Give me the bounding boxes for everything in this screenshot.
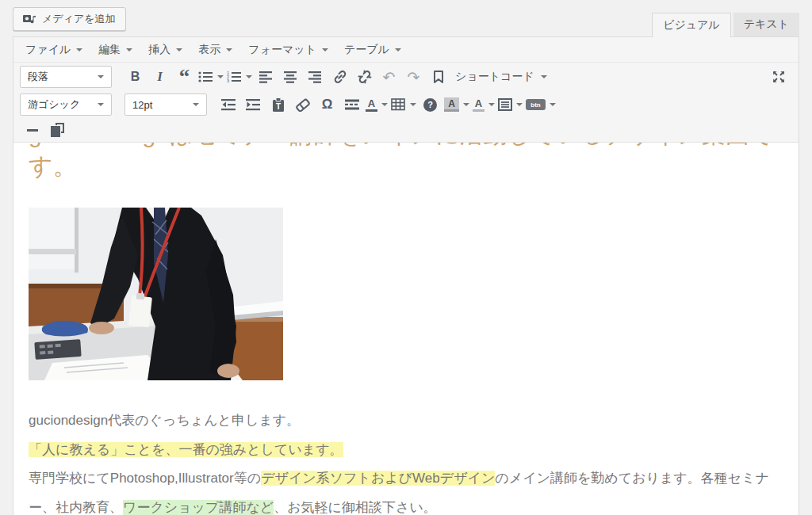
media-icon	[23, 13, 36, 25]
remove-link-button[interactable]	[354, 67, 375, 87]
svg-text:T: T	[275, 101, 280, 110]
heading-line-clipped: guciondesignはセミナー講師をメインに活動しているデザイン集団で	[29, 143, 783, 151]
btn-icon: btn	[526, 99, 546, 110]
italic-button[interactable]: I	[149, 67, 170, 87]
editor-content[interactable]: guciondesignはセミナー講師をメインに活動しているデザイン集団で す。	[13, 143, 799, 515]
button-shortcode-button[interactable]: btn	[526, 94, 556, 115]
redo-button[interactable]: ↷	[403, 67, 424, 87]
anchor-button[interactable]	[427, 67, 449, 87]
horizontal-rule-button[interactable]	[341, 94, 362, 115]
chevron-down-icon	[541, 75, 547, 78]
chevron-down-icon	[322, 48, 328, 52]
fullscreen-button[interactable]	[768, 67, 789, 87]
menu-view[interactable]: 表示	[190, 37, 240, 62]
blockquote-button[interactable]: “	[174, 71, 195, 82]
underline-color-button[interactable]: A	[473, 94, 495, 115]
indent-button[interactable]	[243, 94, 264, 115]
bullet-list-icon	[198, 71, 213, 83]
fullscreen-icon	[772, 70, 786, 84]
highlighted-text: 「人に教える」ことを、一番の強みとしています。	[29, 442, 343, 457]
bold-button[interactable]: B	[124, 67, 146, 87]
align-center-button[interactable]	[280, 67, 301, 87]
chevron-down-icon	[217, 75, 224, 78]
page-break-button[interactable]	[46, 120, 67, 140]
numbered-list-button[interactable]: 123	[227, 67, 252, 87]
text-run: 、お気軽に御相談下さい。	[274, 500, 437, 515]
toolbar-row-3	[13, 118, 799, 143]
read-more-button[interactable]	[21, 120, 43, 140]
insert-link-button[interactable]	[329, 67, 350, 87]
chevron-down-icon	[246, 75, 252, 78]
help-button[interactable]: ?	[419, 94, 441, 115]
teacher-photo[interactable]	[29, 208, 283, 380]
menu-insert[interactable]: 挿入	[140, 37, 190, 62]
align-left-button[interactable]	[255, 67, 277, 87]
toolbar-row-1: 段落 B I “ 123 ↶ ↷	[13, 63, 799, 91]
box-list-icon	[498, 98, 512, 111]
numbered-list-icon: 123	[227, 71, 242, 83]
font-size-select[interactable]: 12pt	[124, 93, 207, 116]
toolbar-row-2: 游ゴシック 12pt T Ω A	[13, 91, 799, 118]
align-center-icon	[284, 71, 297, 83]
outdent-button[interactable]	[218, 94, 239, 115]
highlighted-text: デザイン系ソフトおよびWebデザイン	[261, 471, 495, 486]
paragraph[interactable]: guciondesign代表のぐっちょんと申します。	[29, 406, 783, 436]
menu-format[interactable]: フォーマット	[240, 37, 336, 62]
chevron-down-icon	[516, 103, 523, 106]
outdent-icon	[221, 99, 236, 111]
shortcode-dropdown[interactable]: ショートコード	[450, 70, 552, 84]
font-family-select[interactable]: 游ゴシック	[20, 93, 112, 116]
add-media-label: メディアを追加	[42, 12, 116, 26]
tab-visual[interactable]: ビジュアル	[652, 13, 731, 37]
table-icon	[391, 98, 406, 111]
add-media-button[interactable]: メディアを追加	[13, 7, 126, 31]
highlight-color-button[interactable]: A	[444, 94, 469, 115]
chevron-down-icon	[463, 103, 469, 106]
chevron-down-icon	[395, 48, 401, 52]
undo-button[interactable]: ↶	[378, 67, 400, 87]
text-color-button[interactable]: A	[366, 94, 388, 115]
paragraph[interactable]: 「人に教える」ことを、一番の強みとしています。	[29, 436, 783, 465]
bullet-list-button[interactable]	[198, 67, 224, 87]
clear-formatting-button[interactable]	[292, 94, 313, 115]
chevron-down-icon	[381, 103, 388, 106]
menu-edit[interactable]: 編集	[90, 37, 140, 62]
align-right-icon	[308, 71, 322, 83]
eraser-icon	[295, 97, 311, 112]
paragraph-format-select[interactable]: 段落	[20, 66, 112, 88]
editor-menubar: ファイル 編集 挿入 表示 フォーマット テーブル	[13, 37, 799, 63]
table-button[interactable]	[391, 94, 416, 115]
indent-icon	[246, 99, 261, 111]
chevron-down-icon	[76, 48, 82, 52]
paste-text-icon: T	[272, 97, 285, 113]
horizontal-rule-icon	[345, 99, 359, 110]
visual-editor: ファイル 編集 挿入 表示 フォーマット テーブル 段落 B I “ 123	[13, 36, 799, 515]
special-character-button[interactable]: Ω	[316, 94, 338, 115]
chevron-down-icon	[488, 103, 495, 106]
heading-line-2: す。	[29, 151, 783, 182]
bookmark-icon	[432, 70, 445, 84]
text-color-icon: A	[366, 98, 377, 112]
highlighted-text: ワークショップ講師など	[123, 500, 274, 515]
chevron-down-icon	[410, 103, 416, 106]
content-heading: guciondesignはセミナー講師をメインに活動しているデザイン集団で す。	[29, 143, 783, 182]
text-run: guciondesign代表のぐっちょんと申します。	[29, 413, 300, 428]
help-icon: ?	[423, 98, 437, 112]
chevron-down-icon	[176, 48, 182, 52]
align-right-button[interactable]	[304, 67, 326, 87]
box-style-button[interactable]	[498, 94, 523, 115]
chevron-down-icon	[226, 48, 232, 52]
chevron-down-icon	[98, 103, 104, 106]
pages-icon	[49, 123, 64, 138]
menu-file[interactable]: ファイル	[17, 37, 90, 62]
tab-text[interactable]: テキスト	[733, 13, 799, 36]
paragraph[interactable]: 専門学校にてPhotoshop,Illustrator等のデザイン系ソフトおよび…	[29, 464, 783, 515]
editor-paragraphs: guciondesign代表のぐっちょんと申します。「人に教える」ことを、一番の…	[29, 406, 783, 515]
chevron-down-icon	[126, 48, 132, 52]
unlink-icon	[357, 69, 373, 85]
editor-mode-tabs: ビジュアル テキスト	[652, 13, 799, 37]
chevron-down-icon	[98, 75, 104, 78]
menu-table[interactable]: テーブル	[336, 37, 409, 62]
paste-as-text-button[interactable]: T	[267, 94, 289, 115]
text-run: 専門学校にてPhotoshop,Illustrator等の	[29, 471, 261, 486]
